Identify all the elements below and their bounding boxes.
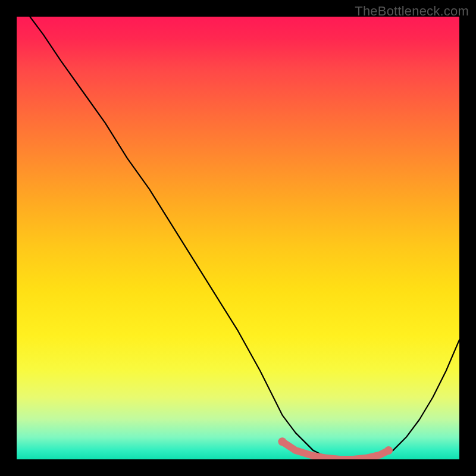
chart-gradient-background: [17, 17, 459, 459]
watermark-text: TheBottleneck.com: [355, 4, 469, 19]
